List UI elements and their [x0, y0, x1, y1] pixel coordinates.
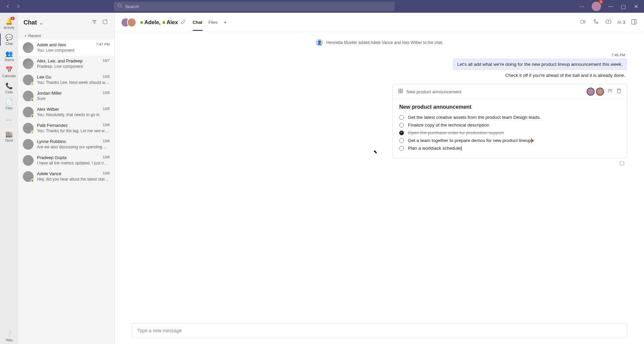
- rail-calls[interactable]: 📞 Calls: [0, 80, 18, 96]
- help-icon: ❔: [5, 330, 13, 338]
- message-input[interactable]: [137, 328, 622, 333]
- compose-box[interactable]: [132, 323, 627, 338]
- rail-calendar[interactable]: 📅 Calendar: [0, 64, 18, 80]
- chat-item-time: 10/7: [103, 58, 110, 63]
- profile-avatar[interactable]: 3: [592, 2, 601, 11]
- rail-help[interactable]: ❔ Help: [0, 328, 18, 344]
- checkbox-icon[interactable]: [399, 123, 404, 128]
- avatar: [23, 139, 34, 150]
- rail-label: Help: [6, 338, 13, 342]
- check-item[interactable]: Finalize copy of the technical descripti…: [399, 121, 620, 129]
- system-message: 👤 Henrietta Mueller added Adele Vance an…: [132, 39, 627, 46]
- add-tab-button[interactable]: +: [224, 19, 227, 26]
- loop-header: New product announcement: [393, 84, 627, 99]
- svg-rect-15: [617, 90, 620, 93]
- new-chat-button[interactable]: [101, 18, 109, 27]
- tab-chat[interactable]: Chat: [193, 14, 202, 31]
- chat-item[interactable]: Alex, Lee, and Pradeep10/7 Pradeep: Live…: [18, 56, 114, 72]
- forward-button[interactable]: [13, 2, 23, 11]
- rail-store[interactable]: 🏬 Store: [0, 128, 18, 144]
- chat-item-preview: Hey, did you hear about the latest statu…: [37, 177, 110, 182]
- app-rail: 1 🔔 Activity 💬 Chat 👥 Teams 📅 Calendar 📞…: [0, 13, 18, 344]
- edit-name-button[interactable]: [181, 19, 186, 26]
- avatar: [23, 75, 34, 85]
- checkbox-icon[interactable]: [399, 138, 404, 143]
- check-item[interactable]: Get the latest creative assets from the …: [399, 113, 620, 121]
- search-icon: [117, 3, 123, 10]
- open-pane-button[interactable]: [630, 18, 638, 27]
- avatar: [23, 42, 34, 53]
- chat-item-time: 10/6: [103, 139, 110, 144]
- files-icon: 📄: [5, 98, 13, 106]
- minimize-button[interactable]: —: [605, 0, 616, 13]
- checkbox-icon[interactable]: [399, 146, 404, 151]
- presence-dot-icon: [140, 21, 143, 24]
- rail-files[interactable]: 📄 Files: [0, 96, 18, 112]
- chat-icon: 💬: [5, 34, 13, 41]
- search-box[interactable]: [114, 2, 395, 11]
- chat-item[interactable]: Pradeep Gupta10/6 I have all the metrics…: [18, 152, 114, 168]
- loop-title: New product announcement: [399, 104, 620, 110]
- checklist: Get the latest creative assets from the …: [399, 113, 620, 152]
- rail-activity[interactable]: 1 🔔 Activity: [0, 15, 18, 32]
- chat-item-time: 10/6: [103, 75, 110, 80]
- participant-count: 3: [623, 20, 625, 25]
- avatar: [127, 18, 136, 27]
- rail-teams[interactable]: 👥 Teams: [0, 48, 18, 64]
- audio-call-button[interactable]: [592, 18, 600, 27]
- compose-area: [115, 319, 644, 344]
- checkbox-icon[interactable]: [399, 115, 404, 120]
- more-options-button[interactable]: ⋯: [576, 0, 588, 13]
- svg-point-13: [608, 89, 610, 91]
- filter-button[interactable]: [90, 18, 98, 27]
- svg-point-6: [619, 21, 621, 22]
- svg-point-14: [610, 89, 612, 91]
- video-call-button[interactable]: [579, 18, 587, 27]
- rail-label: Activity: [4, 26, 14, 30]
- chat-item[interactable]: Alex Wilber10/6 You: Absolutely, that ne…: [18, 104, 114, 120]
- back-button[interactable]: [3, 2, 13, 11]
- chat-title-name: Alex: [167, 19, 178, 26]
- sync-status: ◯: [132, 158, 627, 167]
- recent-section[interactable]: ▾ Recent: [18, 32, 114, 40]
- rail-more[interactable]: ⋯: [0, 112, 18, 128]
- main-panel: Adele, Alex Chat Files + 3: [115, 13, 644, 344]
- rail-chat[interactable]: 💬 Chat: [0, 32, 18, 48]
- close-window-button[interactable]: ✕: [631, 0, 642, 13]
- chat-item-name: Adele and Alex: [37, 42, 66, 47]
- chat-title-name: Adele,: [144, 19, 160, 26]
- rail-label: Store: [5, 139, 13, 142]
- chat-item[interactable]: Adele and Alex7:47 PM You: Live componen…: [18, 40, 114, 56]
- chat-header-avatars: [121, 18, 136, 27]
- svg-line-1: [121, 7, 122, 8]
- check-item[interactable]: Get a team together to prepare demos for…: [399, 137, 620, 144]
- activity-badge: 1: [10, 17, 15, 20]
- tab-files[interactable]: Files: [209, 14, 218, 31]
- chat-item[interactable]: Patti Fernandez10/6 You: Thanks for the …: [18, 120, 114, 136]
- collaborator-cursor: [461, 146, 462, 151]
- chat-item-name: Patti Fernandez: [37, 123, 68, 128]
- svg-rect-9: [399, 89, 400, 91]
- chat-item[interactable]: Adele Vance10/6 Hey, did you hear about …: [18, 168, 114, 185]
- screen-share-button[interactable]: [604, 18, 612, 27]
- participants-button[interactable]: 3: [617, 20, 625, 25]
- calendar-icon: 📅: [5, 66, 13, 73]
- loop-component[interactable]: New product announcement New product ann…: [392, 84, 627, 158]
- component-icon: [398, 88, 403, 95]
- chat-item[interactable]: Lynne Robbins10/6 Are we also discussing…: [18, 136, 114, 152]
- search-input[interactable]: [125, 4, 391, 9]
- check-item[interactable]: Open the purchase order for production s…: [399, 129, 620, 137]
- collaborator-cursor-flag: [532, 140, 534, 142]
- profile-badge: 3: [599, 0, 603, 4]
- chat-item[interactable]: Lee Gu10/6 You: Thanks Lee. Next week sh…: [18, 72, 114, 88]
- chat-item-preview: Sure: [37, 96, 110, 101]
- chevron-down-icon[interactable]: ⌄: [39, 19, 43, 26]
- system-message-text: Henrietta Mueller added Adele Vance and …: [326, 40, 443, 45]
- share-button[interactable]: [607, 88, 613, 95]
- chat-item[interactable]: Jordan Miller10/6 Sure: [18, 88, 114, 104]
- loop-body[interactable]: New product announcement Get the latest …: [393, 99, 627, 158]
- checkbox-checked-icon[interactable]: [399, 131, 404, 135]
- copy-button[interactable]: [616, 88, 622, 95]
- maximize-button[interactable]: ▢: [618, 0, 629, 13]
- check-item[interactable]: Plan a workback schedule: [399, 144, 620, 152]
